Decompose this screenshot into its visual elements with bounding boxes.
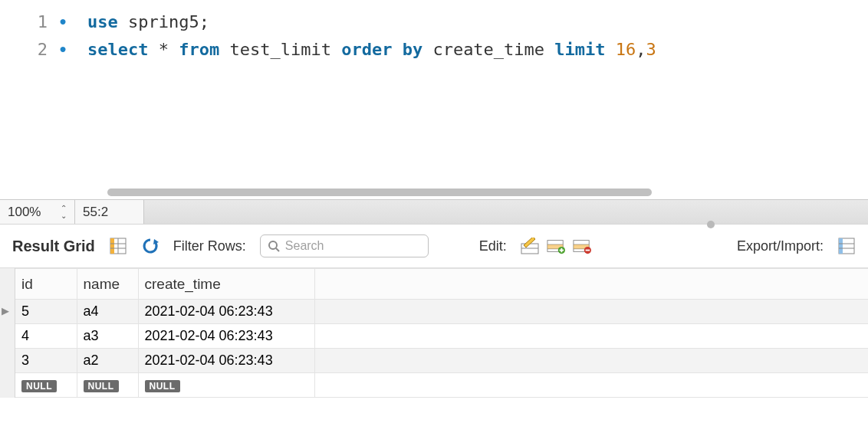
cell-create_time[interactable]: 2021-02-04 06:23:43 xyxy=(138,300,314,324)
edit-tools xyxy=(521,237,591,255)
chevron-up-icon[interactable]: ⌃ xyxy=(61,205,67,212)
cell-id[interactable]: 3 xyxy=(15,349,77,373)
editor-hscroll-thumb[interactable] xyxy=(107,189,652,196)
col-header-id[interactable]: id xyxy=(15,269,77,300)
export-icon[interactable] xyxy=(837,237,856,255)
cell-id[interactable]: 4 xyxy=(15,324,77,349)
result-grid[interactable]: id name create_time 5a42021-02-04 06:23:… xyxy=(0,268,868,398)
result-toolbar: Result Grid Filter Rows: Edit: xyxy=(0,224,868,268)
add-row-icon[interactable] xyxy=(547,237,565,255)
grid-view-icon[interactable] xyxy=(109,237,127,255)
cell-null[interactable]: NULL xyxy=(77,373,138,398)
cell-null[interactable]: NULL xyxy=(138,373,314,398)
code-lines: 1●use spring5;2●select * from test_limit… xyxy=(0,0,868,63)
cell-create_time[interactable]: 2021-02-04 06:23:43 xyxy=(138,324,314,349)
zoom-stepper[interactable]: ⌃ ⌄ xyxy=(61,205,67,219)
filter-rows-label: Filter Rows: xyxy=(173,238,246,254)
cursor-position-value: 55:2 xyxy=(83,205,108,220)
row-gutter xyxy=(0,268,15,398)
col-header-name[interactable]: name xyxy=(77,269,138,300)
cell-empty xyxy=(314,373,868,398)
svg-point-6 xyxy=(269,241,277,249)
cell-name[interactable]: a3 xyxy=(77,324,138,349)
null-pill: NULL xyxy=(145,380,180,392)
status-rest xyxy=(144,200,868,224)
edit-label: Edit: xyxy=(479,238,507,254)
delete-row-icon[interactable] xyxy=(573,237,591,255)
export-import-label: Export/Import: xyxy=(737,238,824,254)
statement-marker-icon: ● xyxy=(54,15,72,28)
current-row-marker-icon: ▶ xyxy=(2,305,9,316)
result-body: 5a42021-02-04 06:23:434a32021-02-04 06:2… xyxy=(15,300,868,398)
search-icon xyxy=(268,240,280,252)
svg-line-7 xyxy=(276,248,279,251)
cell-id[interactable]: 5 xyxy=(15,300,77,324)
result-table[interactable]: id name create_time 5a42021-02-04 06:23:… xyxy=(15,268,868,398)
line-number: 1 xyxy=(0,12,54,31)
search-input[interactable] xyxy=(260,234,429,257)
cell-null[interactable]: NULL xyxy=(15,373,77,398)
zoom-value: 100% xyxy=(8,205,41,220)
cursor-position: 55:2 xyxy=(75,200,144,224)
result-grid-label: Result Grid xyxy=(12,238,95,255)
editor-hscroll[interactable] xyxy=(107,189,868,196)
table-row[interactable]: 4a32021-02-04 06:23:43 xyxy=(15,324,868,349)
cell-empty xyxy=(314,349,868,373)
chevron-down-icon[interactable]: ⌄ xyxy=(61,213,67,219)
cell-name[interactable]: a4 xyxy=(77,300,138,324)
refresh-icon[interactable] xyxy=(141,237,159,255)
col-header-create-time[interactable]: create_time xyxy=(138,269,314,300)
code-line[interactable]: 1●use spring5; xyxy=(0,8,868,35)
splitter-dot-icon[interactable] xyxy=(707,221,715,228)
status-bar: 100% ⌃ ⌄ 55:2 xyxy=(0,199,868,224)
sql-editor[interactable]: 1●use spring5;2●select * from test_limit… xyxy=(0,0,868,199)
zoom-control[interactable]: 100% ⌃ ⌄ xyxy=(0,200,75,224)
cell-create_time[interactable]: 2021-02-04 06:23:43 xyxy=(138,349,314,373)
cell-empty xyxy=(314,300,868,324)
table-row[interactable]: 3a22021-02-04 06:23:43 xyxy=(15,349,868,373)
insert-row[interactable]: NULLNULLNULL xyxy=(15,373,868,398)
col-header-empty xyxy=(314,269,868,300)
svg-rect-24 xyxy=(839,238,843,254)
edit-row-icon[interactable] xyxy=(521,237,539,255)
header-row: id name create_time xyxy=(15,269,868,300)
line-number: 2 xyxy=(0,40,54,59)
cell-empty xyxy=(314,324,868,349)
table-row[interactable]: 5a42021-02-04 06:23:43 xyxy=(15,300,868,324)
statement-marker-icon: ● xyxy=(54,42,72,56)
null-pill: NULL xyxy=(84,380,119,392)
code-text[interactable]: select * from test_limit order by create… xyxy=(72,40,656,59)
code-line[interactable]: 2●select * from test_limit order by crea… xyxy=(0,35,868,63)
cell-name[interactable]: a2 xyxy=(77,349,138,373)
code-text[interactable]: use spring5; xyxy=(72,12,209,31)
svg-rect-1 xyxy=(110,238,114,254)
search-field[interactable] xyxy=(260,234,429,257)
null-pill: NULL xyxy=(21,380,57,392)
